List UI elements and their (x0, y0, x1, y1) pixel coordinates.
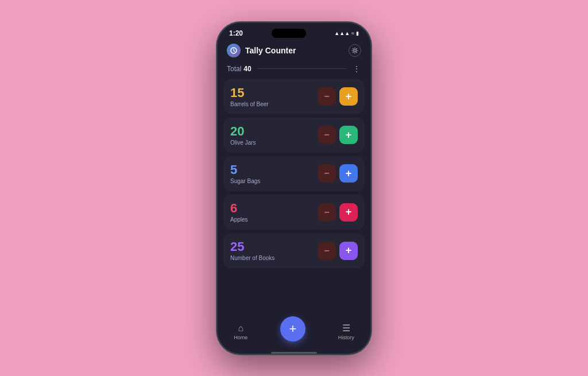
counter-controls-olive-jars: − + (318, 126, 358, 144)
notch (272, 29, 306, 38)
status-time: 1:20 (229, 29, 243, 37)
app-logo (227, 44, 241, 57)
more-options-button[interactable]: ⋮ (353, 64, 361, 73)
tab-history[interactable]: ☰ History (338, 323, 354, 340)
tab-history-label: History (338, 335, 354, 340)
plus-button-apples[interactable]: + (339, 203, 358, 222)
counter-value-books: 25 (230, 240, 318, 254)
status-icons: ▲▲▲ ≈ ▮ (334, 30, 359, 36)
counter-card-apples: 6 Apples − + (223, 195, 365, 230)
wifi-icon: ≈ (351, 30, 354, 36)
minus-button-apples[interactable]: − (318, 203, 336, 222)
counter-name-olive-jars: Olive Jars (230, 139, 318, 146)
home-indicator (271, 352, 317, 354)
svg-point-1 (354, 49, 356, 52)
tab-home-label: Home (234, 335, 247, 340)
counter-info-books: 25 Number of Books (230, 240, 318, 261)
counter-name-sugar-bags: Sugar Bags (230, 178, 318, 184)
minus-button-olive-jars[interactable]: − (318, 126, 336, 144)
counter-info-sugar-bags: 5 Sugar Bags (230, 163, 318, 184)
counter-info-barrels: 15 Barrels of Beer (230, 86, 318, 107)
total-label: Total (227, 65, 241, 73)
status-bar: 1:20 ▲▲▲ ≈ ▮ (218, 23, 370, 40)
plus-button-sugar-bags[interactable]: + (339, 164, 358, 183)
plus-button-books[interactable]: + (339, 242, 358, 260)
counter-controls-apples: − + (318, 203, 358, 222)
counter-info-apples: 6 Apples (230, 201, 318, 223)
counter-card-sugar-bags: 5 Sugar Bags − + (223, 156, 365, 191)
counter-value-olive-jars: 20 (230, 125, 318, 138)
counter-value-apples: 6 (230, 201, 318, 215)
header-left: Tally Counter (227, 44, 296, 57)
home-icon: ⌂ (238, 323, 244, 334)
add-counter-button[interactable]: + (280, 316, 305, 342)
counter-controls-sugar-bags: − + (318, 164, 358, 183)
counter-name-barrels: Barrels of Beer (230, 101, 318, 107)
settings-button[interactable] (349, 44, 361, 57)
counter-card-books: 25 Number of Books − + (223, 233, 365, 268)
plus-button-barrels[interactable]: + (339, 87, 358, 106)
minus-button-books[interactable]: − (318, 242, 336, 260)
counter-name-books: Number of Books (230, 255, 318, 261)
total-divider (257, 68, 347, 69)
battery-icon: ▮ (356, 30, 359, 36)
counter-controls-barrels: − + (318, 87, 358, 106)
counter-controls-books: − + (318, 242, 358, 260)
add-icon: + (289, 321, 297, 336)
plus-button-olive-jars[interactable]: + (339, 126, 358, 144)
counter-name-apples: Apples (230, 216, 318, 223)
minus-button-barrels[interactable]: − (318, 87, 336, 106)
app-header: Tally Counter (218, 40, 370, 61)
app-title: Tally Counter (245, 46, 296, 55)
total-bar: Total 40 ⋮ (218, 61, 370, 77)
counter-info-olive-jars: 20 Olive Jars (230, 125, 318, 146)
minus-button-sugar-bags[interactable]: − (318, 164, 336, 183)
counter-card-barrels: 15 Barrels of Beer − + (223, 79, 365, 114)
counter-card-olive-jars: 20 Olive Jars − + (223, 118, 365, 153)
counter-value-barrels: 15 (230, 86, 318, 100)
counter-value-sugar-bags: 5 (230, 163, 318, 177)
phone-frame: 1:20 ▲▲▲ ≈ ▮ Tally Counter Tota (216, 22, 372, 355)
signal-icon: ▲▲▲ (334, 30, 350, 36)
total-value: 40 (243, 65, 251, 73)
tab-bar: ⌂ Home + ☰ History (218, 319, 370, 350)
history-icon: ☰ (342, 323, 350, 334)
counters-list: 15 Barrels of Beer − + 20 Olive Jars − +… (218, 77, 370, 319)
tab-home[interactable]: ⌂ Home (234, 323, 247, 340)
